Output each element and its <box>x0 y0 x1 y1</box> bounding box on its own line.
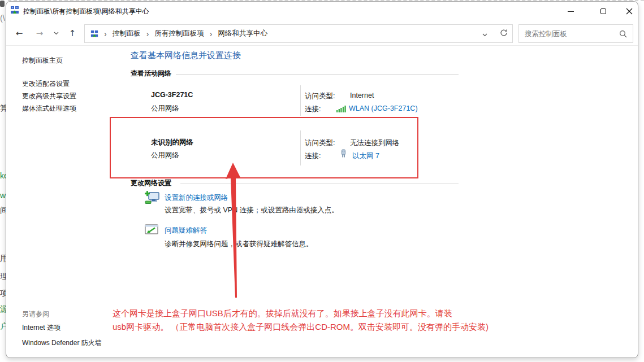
section-divider <box>180 184 459 184</box>
sidebar-item-advanced-sharing[interactable]: 更改高级共享设置 <box>22 91 76 101</box>
task-desc-troubleshoot: 诊断并修复网络问题，或者获得疑难解答信息。 <box>165 239 313 249</box>
breadcrumb-network-sharing-center[interactable]: 网络和共享中心 <box>216 29 270 38</box>
address-dropdown-button[interactable] <box>482 29 487 39</box>
navigation-bar: ← → ↑ › 控制面板 <box>6 21 638 46</box>
refresh-icon <box>500 29 508 37</box>
up-button[interactable]: ↑ <box>65 27 80 40</box>
task-desc-setup-connection: 设置宽带、拨号或 VPN 连接；或设置路由器或接入点。 <box>165 206 339 215</box>
access-type-label: 访问类型: <box>305 91 335 101</box>
sidebar-item-internet-options[interactable]: Internet 选项 <box>22 323 60 333</box>
search-button[interactable] <box>619 30 633 38</box>
breadcrumb-control-panel[interactable]: 控制面板 <box>110 29 143 38</box>
network-icon <box>85 30 101 38</box>
network-profile: 公用网络 <box>151 104 179 114</box>
connection-link-wlan[interactable]: WLAN (JCG-3F271C) <box>349 104 418 112</box>
back-button[interactable]: ← <box>12 27 27 40</box>
address-bar[interactable]: › 控制面板 › 所有控制面板项 › 网络和共享中心 <box>84 24 513 43</box>
annotation-text-line2: usb网卡驱动。 （正常电脑首次接入盒子网口线会弹出CD-ROM。双击安装即可。… <box>113 322 489 333</box>
wifi-signal-icon <box>335 104 347 112</box>
network-profile: 公用网络 <box>151 151 179 160</box>
search-input[interactable] <box>519 25 619 42</box>
screenshot-stage: (\ 算 ke w 间 用 理 项 源 户 控制面板\所有控制面板项\网络和共享… <box>0 0 644 362</box>
minimize-icon <box>568 11 574 12</box>
section-divider <box>176 74 459 75</box>
access-type-label: 访问类型: <box>305 138 335 148</box>
forward-button[interactable]: → <box>32 27 47 40</box>
see-also-header: 另请参阅 <box>22 309 49 319</box>
ethernet-icon <box>340 149 347 158</box>
chevron-down-icon <box>482 33 487 37</box>
sidebar-item-defender-firewall[interactable]: Windows Defender 防火墙 <box>22 338 102 348</box>
annotation-text-line1: 这个网卡是接上盒子网口USB后才有的。拔掉后就没有了。如果接上盒子没有此网卡。请… <box>113 308 452 319</box>
sidebar-item-media-streaming[interactable]: 媒体流式处理选项 <box>22 104 76 114</box>
column-divider <box>300 130 301 165</box>
maximize-icon <box>600 8 606 14</box>
refresh-button[interactable] <box>500 29 508 39</box>
troubleshoot-icon <box>144 224 161 237</box>
task-link-setup-connection[interactable]: 设置新的连接或网络 <box>165 193 228 203</box>
change-settings-header: 更改网络设置 <box>131 178 171 188</box>
close-icon <box>626 8 633 15</box>
connection-link-ethernet[interactable]: 以太网 7 <box>352 151 379 161</box>
maximize-button[interactable] <box>594 5 613 18</box>
network-name: 未识别的网络 <box>151 138 193 147</box>
background-peek-text: w <box>0 191 6 200</box>
breadcrumb-all-items[interactable]: 所有控制面板项 <box>152 29 206 38</box>
window-title: 控制面板\所有控制面板项\网络和共享中心 <box>23 7 149 16</box>
minimize-button[interactable] <box>561 5 580 18</box>
breadcrumb-chevron-icon: › <box>206 29 216 38</box>
connection-label: 连接: <box>305 104 321 114</box>
network-name: JCG-3F271C <box>151 91 193 99</box>
background-app-icon <box>0 1 5 7</box>
breadcrumb-chevron-icon: › <box>143 29 153 38</box>
access-type-value: Internet <box>350 91 374 99</box>
search-box <box>518 24 633 43</box>
connection-label: 连接: <box>305 151 321 161</box>
active-networks-header: 查看活动网络 <box>131 69 171 78</box>
sidebar-item-change-adapter[interactable]: 更改适配器设置 <box>22 79 70 89</box>
page-title: 查看基本网络信息并设置连接 <box>131 50 241 61</box>
background-peek-text: (\ <box>0 14 5 23</box>
breadcrumb-chevron-icon: › <box>101 29 110 38</box>
network-sharing-center-window: 控制面板\所有控制面板项\网络和共享中心 ← → ↑ <box>6 1 638 358</box>
column-divider <box>300 85 301 116</box>
access-type-value: 无法连接到网络 <box>350 138 400 148</box>
history-dropdown-button[interactable] <box>50 27 62 40</box>
chevron-down-icon <box>54 32 59 35</box>
task-link-troubleshoot[interactable]: 问题疑难解答 <box>165 226 207 235</box>
sidebar-item-home[interactable]: 控制面板主页 <box>22 56 63 66</box>
close-button[interactable] <box>620 5 639 18</box>
network-icon <box>10 6 19 15</box>
search-icon <box>619 30 627 38</box>
new-connection-icon <box>144 190 161 204</box>
